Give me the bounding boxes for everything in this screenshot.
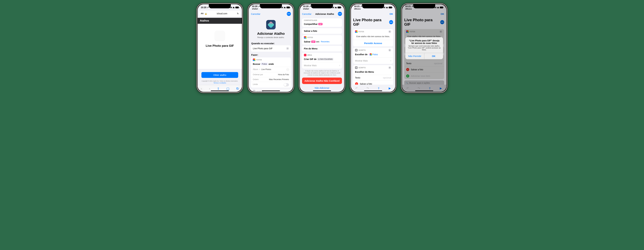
back-to-search[interactable]: Busca (354, 8, 360, 10)
scripts-icon (355, 49, 358, 52)
gif-token[interactable]: GIF (318, 23, 322, 25)
nav-bar: Cancelar Adicionar Atalho (300, 11, 344, 17)
gif-token[interactable]: GIF (311, 41, 316, 43)
alert-allow-button[interactable]: OK (424, 53, 443, 59)
phone-1: 10:20↗ AA icloud.com ↻ Atalhos Live Phot… (196, 3, 244, 93)
photos-token[interactable]: Fotos (261, 63, 268, 65)
back-icon: ‹ (201, 87, 202, 90)
phone-4: 10:21↗ Busca OK Live Photo para GIF FOTO… (350, 3, 397, 93)
add-untrusted-button[interactable]: Adicionar Atalho Não Confiável (302, 78, 342, 84)
phone-2: 10:20↗ Safari Cancelar Adicionar Atalho … (247, 3, 294, 93)
recents-token[interactable]: Recentes (320, 40, 330, 43)
show-more[interactable]: Mostrar Mais (302, 62, 342, 69)
shortcut-tile (215, 31, 225, 41)
show-more[interactable]: Mostrar Mais (353, 57, 393, 64)
no-access-text: Este atalho não tem acesso às fotos. (353, 33, 393, 40)
location-icon: ↗ (309, 5, 311, 8)
url-domain: icloud.com (208, 12, 236, 15)
alert-title: “Live Photo para GIF” deseja ter acesso … (405, 37, 443, 45)
alert-body: Sempre que você executar este atalho, “L… (405, 45, 443, 53)
lock-icon (205, 12, 207, 15)
warning-text: A Apple não revisa atalhos de fora da Ga… (302, 70, 342, 76)
page-title: Adicionar Atalho (254, 32, 288, 36)
share-icon[interactable]: ⇪ (378, 87, 380, 90)
action-choose-from: SCRIPTS Escolher de Fotos Mostrar Mais (353, 48, 393, 64)
location-icon: ↗ (258, 5, 260, 8)
wifi-icon (284, 7, 286, 8)
battery-icon (286, 7, 290, 8)
shortcut-name-field[interactable]: Live Photo para GIF (251, 45, 291, 52)
shortcut-title: Live Photo para GIF (206, 44, 234, 48)
shortcuts-app-icon (266, 20, 276, 30)
media-icon (304, 54, 306, 56)
bookmarks-icon[interactable]: ▢ (226, 87, 230, 91)
reload-icon[interactable]: ↻ (237, 12, 239, 15)
alert-deny-button[interactable]: Não Permitir (405, 53, 424, 59)
terms-link[interactable]: Termos e condições (214, 82, 226, 84)
page-subtitle: Reveja o conteúdo deste atalho. (254, 36, 288, 39)
location-icon: ↗ (360, 5, 362, 8)
photos-icon (304, 36, 306, 39)
section-do: Fazer: (251, 54, 290, 56)
photos-icon (253, 59, 255, 61)
wifi-icon (232, 7, 235, 8)
battery-icon (389, 7, 392, 8)
action-make-gif: MÍDIA Criar GIF de ◎ Item Escolhido Most… (302, 53, 342, 69)
page-banner: Atalhos (198, 18, 242, 24)
scripts-icon (253, 90, 255, 92)
photos-token[interactable]: Fotos (372, 53, 378, 56)
remove-action-icon[interactable] (388, 30, 391, 33)
cancel-button[interactable]: Cancelar (251, 13, 260, 15)
action-find-photos: FOTOS Buscar Fotos onde Álbum é Live Pho… (251, 57, 291, 88)
reader-button[interactable]: AA (201, 13, 204, 15)
remove-action-icon[interactable] (388, 66, 391, 69)
nav-bar: Cancelar (249, 11, 293, 17)
nav-bar: OK (351, 11, 395, 17)
share-icon[interactable]: ⇪ (217, 87, 220, 91)
copyright: Copyright © 2021 Apple Inc. Todos os dir… (202, 80, 238, 84)
permission-alert: “Live Photo para GIF” deseja ter acesso … (405, 37, 443, 59)
allow-access-button[interactable]: Permitir Acesso (353, 40, 393, 46)
photos-access-card: FOTOS Este atalho não tem acesso às foto… (353, 29, 393, 46)
action-share: COMPARTILHAR CompartilharGIF (302, 19, 342, 27)
wifi-icon (335, 7, 337, 8)
menu-item-save: Salvar a foto (302, 28, 342, 34)
remove-action-icon[interactable] (388, 49, 391, 52)
tabs-icon[interactable]: ⧉ (236, 87, 238, 90)
more-button[interactable] (338, 12, 342, 16)
nav-title: Adicionar Atalho (315, 13, 334, 15)
sort-by[interactable]: Ordenar porHora da Foto (251, 72, 291, 77)
chosen-item-token[interactable]: ◎ Item Escolhido (317, 58, 333, 60)
more-button[interactable] (389, 20, 393, 24)
dont-add-button[interactable]: Não Adicionar (302, 85, 342, 91)
photos-icon (355, 30, 358, 33)
phone-3: 10:20↗ Safari Cancelar Adicionar Atalho … (298, 3, 346, 93)
order[interactable]: OrdemMais Recentes Primeiro (251, 77, 291, 82)
menu-text-field[interactable]: Textoopcional (353, 75, 393, 81)
location-icon: ↗ (207, 6, 209, 9)
undo-icon: ↶ (355, 87, 358, 90)
battery-icon (235, 7, 239, 8)
scripts-icon (355, 66, 358, 69)
ok-button[interactable]: OK (390, 13, 393, 15)
forward-icon: › (209, 87, 210, 90)
get-shortcut-button[interactable]: Obter atalho (202, 72, 238, 78)
url-bar[interactable]: AA icloud.com ↻ (199, 11, 240, 17)
more-button[interactable] (287, 12, 291, 16)
clear-icon[interactable] (286, 47, 289, 50)
alert-backdrop: “Live Photo para GIF” deseja ter acesso … (402, 4, 446, 92)
battery-icon (338, 7, 341, 8)
page-title: Live Photo para GIF (353, 18, 388, 27)
limit[interactable]: Limite (251, 82, 291, 88)
redo-icon: ↷ (366, 87, 369, 90)
cancel-button[interactable]: Cancelar (302, 13, 312, 15)
phone-5: 10:21↗ Busca OK Live Photo para GIF FOTO… (400, 3, 448, 93)
section-when: Quando eu executar: (251, 42, 290, 45)
action-save-photo: FOTOS Salvar GIF em Recentes (302, 35, 342, 45)
back-to-safari[interactable]: Safari (303, 8, 309, 10)
status-time: 10:20 (201, 6, 206, 9)
menu-end: Fim do Menu (302, 46, 342, 52)
back-to-safari[interactable]: Safari (252, 8, 258, 10)
play-icon[interactable]: ▶ (389, 87, 391, 90)
filter-album[interactable]: Álbum é Live Photos − (251, 67, 291, 72)
